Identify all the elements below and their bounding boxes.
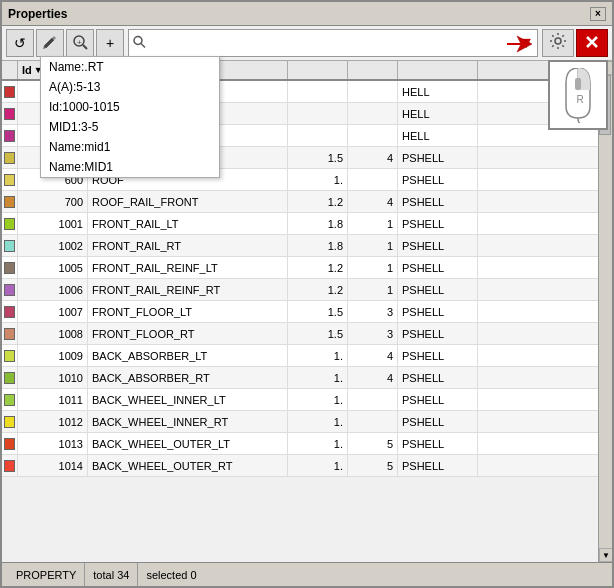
plus-button[interactable]: + — [96, 29, 124, 57]
val1-cell: 1.5 — [288, 301, 348, 322]
id-cell: 1005 — [18, 257, 88, 278]
val2-cell — [348, 81, 398, 102]
magnify-button[interactable]: + — [66, 29, 94, 57]
status-total-label: total — [93, 569, 114, 581]
settings-button[interactable] — [542, 29, 574, 57]
val1-cell: 1. — [288, 455, 348, 476]
table-row[interactable]: 1011BACK_WHEEL_INNER_LT1.PSHELL — [2, 389, 598, 411]
refresh-button[interactable]: ↺ — [6, 29, 34, 57]
action-button[interactable] — [576, 29, 608, 57]
name-cell: ROOF_RAIL_FRONT — [88, 191, 288, 212]
id-cell: 1002 — [18, 235, 88, 256]
brush-icon — [42, 34, 58, 53]
status-selected-label: selected — [146, 569, 187, 581]
table-row[interactable]: 1012BACK_WHEEL_INNER_RT1.PSHELL — [2, 411, 598, 433]
val2-cell: 1 — [348, 235, 398, 256]
table-row[interactable]: 1007FRONT_FLOOR_LT1.53PSHELL — [2, 301, 598, 323]
col-header-color — [2, 61, 18, 79]
type-cell: PSHELL — [398, 257, 478, 278]
val2-cell: 4 — [348, 367, 398, 388]
val2-cell: 3 — [348, 323, 398, 344]
search-clear-button[interactable]: ▼ — [518, 34, 534, 52]
val1-cell — [288, 125, 348, 146]
table-row[interactable]: 1001FRONT_RAIL_LT1.81PSHELL — [2, 213, 598, 235]
val2-cell — [348, 103, 398, 124]
id-cell: 1001 — [18, 213, 88, 234]
table-row[interactable]: 1002FRONT_RAIL_RT1.81PSHELL — [2, 235, 598, 257]
scroll-track[interactable] — [599, 75, 612, 548]
table-row[interactable]: 1005FRONT_RAIL_REINF_LT1.21PSHELL — [2, 257, 598, 279]
val1-cell: 1.5 — [288, 323, 348, 344]
dropdown-item-4[interactable]: Name:mid1 — [41, 137, 219, 157]
svg-rect-12 — [575, 78, 581, 90]
table-row[interactable]: 1008FRONT_FLOOR_RT1.53PSHELL — [2, 323, 598, 345]
status-total: total 34 — [85, 563, 138, 586]
name-cell: FRONT_RAIL_REINF_RT — [88, 279, 288, 300]
dropdown-item-3[interactable]: MID1:3-5 — [41, 117, 219, 137]
vertical-scrollbar[interactable]: ▲ ▼ — [598, 61, 612, 562]
id-cell: 1006 — [18, 279, 88, 300]
val2-cell: 1 — [348, 213, 398, 234]
col-header-type[interactable] — [398, 61, 478, 79]
table-row[interactable]: 1013BACK_WHEEL_OUTER_LT1.5PSHELL — [2, 433, 598, 455]
val2-cell — [348, 389, 398, 410]
table-row[interactable]: 1009BACK_ABSORBER_LT1.4PSHELL — [2, 345, 598, 367]
color-cell — [2, 411, 18, 432]
color-cell — [2, 257, 18, 278]
dropdown-item-1[interactable]: A(A):5-13 — [41, 77, 219, 97]
val1-cell: 1.2 — [288, 257, 348, 278]
svg-line-1 — [83, 45, 87, 49]
id-cell: 1008 — [18, 323, 88, 344]
type-cell: HELL — [398, 125, 478, 146]
dropdown-item-2[interactable]: Id:1000-1015 — [41, 97, 219, 117]
window-title: Properties — [8, 7, 67, 21]
color-cell — [2, 433, 18, 454]
val1-cell: 1.8 — [288, 213, 348, 234]
dropdown-item-5[interactable]: Name:MID1 — [41, 157, 219, 177]
status-total-value: 34 — [117, 569, 129, 581]
col-header-val2[interactable] — [348, 61, 398, 79]
color-cell — [2, 213, 18, 234]
val2-cell: 3 — [348, 301, 398, 322]
color-cell — [2, 455, 18, 476]
val1-cell — [288, 103, 348, 124]
search-input[interactable] — [128, 29, 538, 57]
title-bar: Properties × — [2, 2, 612, 26]
table-row[interactable]: 1014BACK_WHEEL_OUTER_RT1.5PSHELL — [2, 455, 598, 477]
val1-cell: 1. — [288, 345, 348, 366]
scroll-down-button[interactable]: ▼ — [599, 548, 612, 562]
val2-cell: 5 — [348, 455, 398, 476]
name-cell: BACK_WHEEL_OUTER_RT — [88, 455, 288, 476]
name-cell: BACK_ABSORBER_RT — [88, 367, 288, 388]
val1-cell: 1. — [288, 367, 348, 388]
magnify-icon: + — [72, 34, 88, 53]
val2-cell: 5 — [348, 433, 398, 454]
val2-cell — [348, 411, 398, 432]
name-cell: BACK_WHEEL_INNER_RT — [88, 411, 288, 432]
dropdown-item-0[interactable]: Name:.RT — [41, 57, 219, 77]
val1-cell: 1. — [288, 433, 348, 454]
val1-cell: 1.8 — [288, 235, 348, 256]
val2-cell: 4 — [348, 345, 398, 366]
val1-cell: 1.2 — [288, 279, 348, 300]
color-cell — [2, 81, 18, 102]
table-row[interactable]: 1010BACK_ABSORBER_RT1.4PSHELL — [2, 367, 598, 389]
status-selected: selected 0 — [138, 563, 204, 586]
id-cell: 700 — [18, 191, 88, 212]
col-header-val1[interactable] — [288, 61, 348, 79]
table-row[interactable]: 700ROOF_RAIL_FRONT1.24PSHELL — [2, 191, 598, 213]
brush-button[interactable] — [36, 29, 64, 57]
val1-cell: 1.2 — [288, 191, 348, 212]
type-cell: PSHELL — [398, 389, 478, 410]
val2-cell — [348, 125, 398, 146]
type-cell: PSHELL — [398, 213, 478, 234]
table-row[interactable]: 1006FRONT_RAIL_REINF_RT1.21PSHELL — [2, 279, 598, 301]
name-cell: FRONT_RAIL_REINF_LT — [88, 257, 288, 278]
close-button[interactable]: × — [590, 7, 606, 21]
name-cell: FRONT_FLOOR_LT — [88, 301, 288, 322]
type-cell: PSHELL — [398, 411, 478, 432]
status-property-label: PROPERTY — [16, 569, 76, 581]
col-id-label: Id — [22, 64, 32, 76]
type-cell: PSHELL — [398, 147, 478, 168]
svg-text:+: + — [77, 38, 82, 47]
